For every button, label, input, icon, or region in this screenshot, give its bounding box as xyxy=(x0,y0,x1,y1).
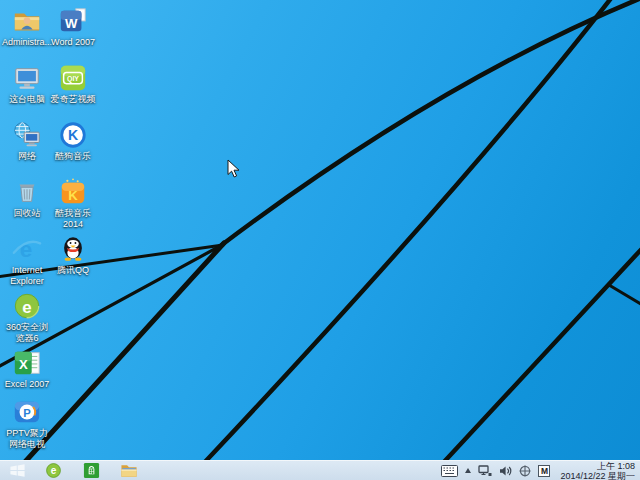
show-hidden-icons-button[interactable] xyxy=(465,461,471,480)
network-status-button[interactable] xyxy=(478,461,492,480)
icon-label: Word 2007 xyxy=(48,37,98,48)
icon-label: 酷狗音乐 xyxy=(48,151,98,162)
desktop-icon-kuwo[interactable]: K 酷我音乐 2014 xyxy=(48,177,98,230)
touch-keyboard-button[interactable] xyxy=(441,461,458,480)
icon-label: PPTV聚力 网络电视 xyxy=(2,428,52,450)
desktop-icon-qq[interactable]: 腾讯QQ xyxy=(48,234,98,276)
computer-icon xyxy=(12,63,42,93)
icon-label: 爱奇艺视频 xyxy=(48,94,98,105)
svg-text:QIY: QIY xyxy=(67,75,79,83)
desktop-icon-recycle-bin[interactable]: 回收站 xyxy=(2,177,52,219)
chevron-up-icon xyxy=(465,468,471,473)
taskbar-app-file-explorer[interactable] xyxy=(110,461,148,480)
ime-letter: M xyxy=(538,465,550,477)
volume-button[interactable] xyxy=(499,461,512,480)
taskbar-app-360-safe-browser[interactable]: e xyxy=(34,461,72,480)
360-browser-icon: e xyxy=(12,291,42,321)
speaker-icon xyxy=(499,465,512,477)
icon-label: Excel 2007 xyxy=(2,379,52,390)
recycle-bin-icon xyxy=(12,177,42,207)
desktop-icon-excel-2007[interactable]: X Excel 2007 xyxy=(2,348,52,390)
system-tray: M 上午 1:08 2014/12/22 星期一 xyxy=(441,461,640,480)
desktop-icon-kugou[interactable]: K 酷狗音乐 xyxy=(48,120,98,162)
svg-text:K: K xyxy=(68,188,78,203)
desktop-icon-internet-explorer[interactable]: e Internet Explorer xyxy=(2,234,52,287)
icon-label: 酷我音乐 2014 xyxy=(48,208,98,230)
clock-date: 2014/12/22 星期一 xyxy=(560,471,635,480)
icon-label: 腾讯QQ xyxy=(48,265,98,276)
icon-label: 360安全浏览器6 xyxy=(2,322,52,344)
desktop-icon-administrator[interactable]: Administra... xyxy=(2,6,52,48)
icon-label: 网络 xyxy=(2,151,52,162)
network-icon xyxy=(12,120,42,150)
desktop-icon-360-browser[interactable]: e 360安全浏览器6 xyxy=(2,291,52,344)
svg-text:e: e xyxy=(50,465,56,476)
taskbar-app-windows-store[interactable] xyxy=(72,461,110,480)
clock-time: 上午 1:08 xyxy=(560,461,635,471)
360-safe-browser-icon: e xyxy=(45,462,62,479)
icon-label: 回收站 xyxy=(2,208,52,219)
svg-text:X: X xyxy=(19,357,28,372)
input-method-indicator[interactable]: M xyxy=(538,461,550,480)
start-button[interactable] xyxy=(0,461,34,480)
iqiyi-icon: QIY xyxy=(58,63,88,93)
desktop-icon-this-pc[interactable]: 这台电脑 xyxy=(2,63,52,105)
svg-text:W: W xyxy=(65,16,78,31)
user-folder-icon xyxy=(12,6,42,36)
file-explorer-icon xyxy=(120,462,138,479)
svg-text:e: e xyxy=(20,237,33,262)
windows-logo-icon xyxy=(9,462,26,479)
desktop-icon-iqiyi[interactable]: QIY 爱奇艺视频 xyxy=(48,63,98,105)
svg-text:P: P xyxy=(23,407,31,419)
icon-label: 这台电脑 xyxy=(2,94,52,105)
internet-explorer-icon: e xyxy=(12,234,42,264)
taskbar: e xyxy=(0,460,640,480)
icon-label: Internet Explorer xyxy=(2,265,52,287)
desktop-icon-pptv[interactable]: P PPTV聚力 网络电视 xyxy=(2,397,52,450)
clock[interactable]: 上午 1:08 2014/12/22 星期一 xyxy=(557,461,635,480)
network-tray-icon xyxy=(478,465,492,477)
kuwo-icon: K xyxy=(58,177,88,207)
desktop-icon-network[interactable]: 网络 xyxy=(2,120,52,162)
svg-text:K: K xyxy=(68,127,79,143)
desktop: Administra... W Word 2007 这台电脑 QIY 爱奇艺视频 xyxy=(0,0,640,480)
windows-store-icon xyxy=(83,462,100,479)
excel-icon: X xyxy=(12,348,42,378)
input-settings-button[interactable] xyxy=(519,461,531,480)
keyboard-icon xyxy=(441,465,458,477)
pptv-icon: P xyxy=(12,397,42,427)
icon-label: Administra... xyxy=(2,37,52,48)
word-icon: W xyxy=(58,6,88,36)
kugou-icon: K xyxy=(58,120,88,150)
desktop-icon-word-2007[interactable]: W Word 2007 xyxy=(48,6,98,48)
qq-penguin-icon xyxy=(58,234,88,264)
globe-cross-icon xyxy=(519,465,531,477)
svg-text:e: e xyxy=(22,298,31,317)
